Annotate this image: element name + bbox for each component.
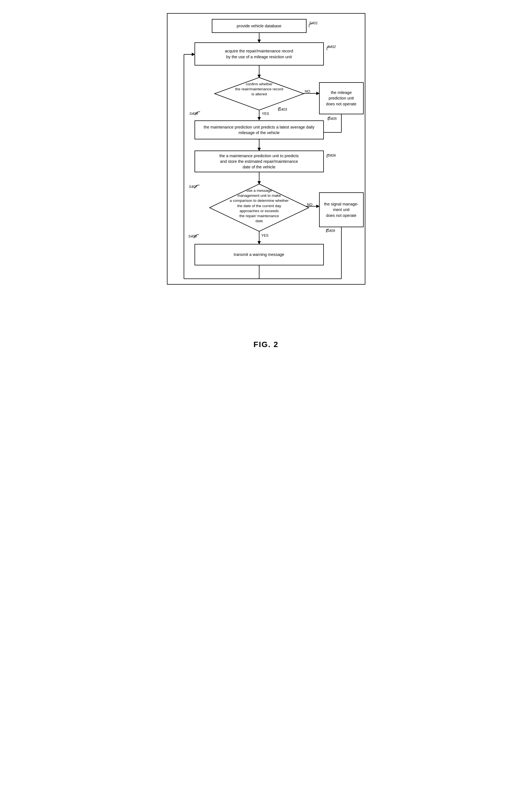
- step-s407: use a messagemanagement unit to makea co…: [210, 184, 309, 231]
- flowchart: provide vehicle database S401 acquire th…: [162, 11, 370, 332]
- step-s408-box: transmit a warning message: [194, 244, 324, 265]
- step-s405: the mileage prediction unit does not ope…: [319, 82, 364, 114]
- label-s403: S403: [279, 107, 287, 112]
- step-s404-box: the maintenance prediction unit predicts…: [194, 120, 324, 139]
- label-s405: S405: [328, 116, 337, 121]
- label-s401: S401: [309, 21, 318, 25]
- step-s401: provide vehicle database: [212, 19, 307, 33]
- label-s408: S408: [188, 234, 197, 238]
- yes-label-s403: YES: [262, 112, 269, 116]
- step-s409: the signal manage- ment unit does not op…: [319, 192, 364, 227]
- label-s409: S409: [327, 229, 335, 233]
- no-label-s407: NO: [307, 202, 313, 207]
- figure-title: FIG. 2: [160, 340, 372, 349]
- yes-label-s407: YES: [261, 233, 269, 238]
- no-label-s403: NO: [305, 89, 310, 93]
- step-s402: acquire the repair/maintenance record by…: [194, 42, 324, 66]
- svg-marker-5: [258, 117, 261, 120]
- label-s407: S407: [189, 185, 197, 189]
- label-s404: S404: [190, 112, 198, 116]
- diagram-container: provide vehicle database S401 acquire th…: [160, 11, 372, 349]
- label-s406: S406: [327, 153, 336, 157]
- step-s403: confirm whetherthe reair/maintenance rec…: [214, 77, 304, 110]
- label-s402: S402: [327, 44, 336, 49]
- step-s406: the a maintenance prediction unit to pre…: [194, 151, 324, 172]
